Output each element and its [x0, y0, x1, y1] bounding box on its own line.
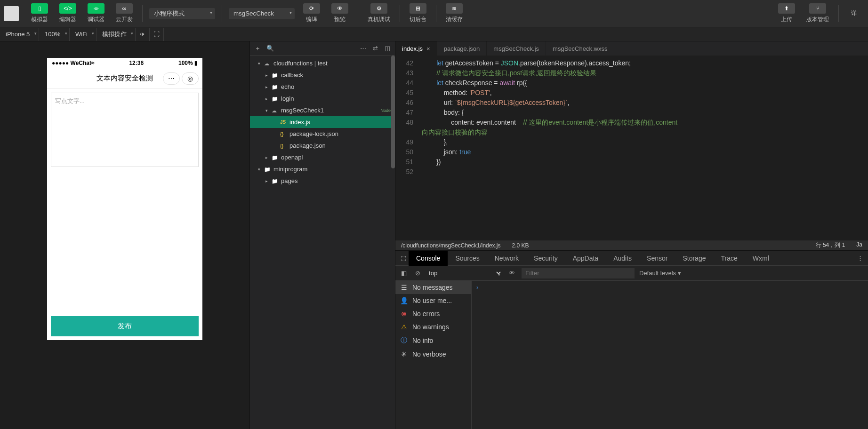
- new-file-icon[interactable]: ＋: [255, 44, 261, 53]
- log-levels-select[interactable]: Default levels ▾: [639, 270, 681, 277]
- page-title: 文本内容安全检测: [96, 74, 153, 83]
- settings-icon[interactable]: ⇄: [373, 45, 378, 52]
- editor-tabs: index.js× package.json msgSecCheck.js ms…: [395, 41, 868, 56]
- tree-folder-msgseccheck1[interactable]: ▾msgSecCheck1Node.js: [250, 104, 395, 116]
- tab-msgseccheck-js[interactable]: msgSecCheck.js: [487, 41, 546, 56]
- device-select[interactable]: iPhone 5: [0, 28, 39, 41]
- details-button[interactable]: 详: [844, 8, 864, 19]
- publish-button[interactable]: 发布: [51, 316, 199, 336]
- devtools-tab-sources[interactable]: Sources: [448, 251, 487, 266]
- carrier-label: ●●●●● WeChat: [52, 60, 91, 66]
- editor-button[interactable]: </> 编辑器: [55, 1, 81, 25]
- mock-op-select[interactable]: 模拟操作: [96, 28, 135, 41]
- filter-user[interactable]: 👤No user me...: [395, 294, 471, 307]
- simulator-pane: ●●●●● WeChat≈ 12:36 100% ▮ 文本内容安全检测 ⋯ ◎ …: [0, 41, 249, 429]
- console-prompt: ›: [476, 284, 478, 291]
- secondary-bar: iPhone 5 100% WiFi 模拟操作 🕩 ⛶: [0, 27, 868, 41]
- function-select[interactable]: msgSecCheck: [229, 8, 295, 19]
- code-editor[interactable]: 42 let getAccessToken = JSON.parse(token…: [395, 56, 868, 240]
- devtools-tab-sensor[interactable]: Sensor: [639, 251, 675, 266]
- tab-package-json[interactable]: package.json: [437, 41, 487, 56]
- bug-icon: ⌯: [93, 5, 99, 12]
- cloud-dev-button[interactable]: ∞ 云开发: [111, 1, 137, 25]
- devtools-tab-wxml[interactable]: Wxml: [745, 251, 777, 266]
- tree-file-index-js[interactable]: JSindex.js: [250, 116, 395, 128]
- search-icon[interactable]: 🔍: [266, 45, 274, 52]
- phone-time: 12:36: [129, 60, 144, 66]
- preview-button[interactable]: 👁 预览: [327, 1, 353, 25]
- devtools-tab-appdata[interactable]: AppData: [565, 251, 606, 266]
- tree-folder-cloudfunctions[interactable]: ▾cloudfunctions | test: [250, 57, 395, 69]
- filter-messages[interactable]: ☰No messages: [395, 281, 471, 294]
- file-size: 2.0 KB: [512, 242, 529, 249]
- upload-button[interactable]: ⬆ 上传: [773, 1, 800, 25]
- zoom-select[interactable]: 100%: [39, 28, 69, 41]
- eye-icon: 👁: [337, 5, 343, 12]
- compile-button[interactable]: ⟳ 编译: [298, 1, 325, 25]
- phone-icon: ▯: [38, 5, 41, 12]
- capsule-menu-button[interactable]: ⋯: [163, 72, 180, 85]
- devtools-tab-security[interactable]: Security: [526, 251, 565, 266]
- devtools-tab-storage[interactable]: Storage: [675, 251, 713, 266]
- console-sidebar: ☰No messages 👤No user me... ⊗No errors ⚠…: [395, 281, 472, 429]
- simulator-button[interactable]: ▯ 模拟器: [26, 1, 53, 25]
- cursor-position[interactable]: 行 54，列 1: [816, 241, 845, 249]
- split-icon[interactable]: ◫: [385, 45, 390, 52]
- devtools-more-icon[interactable]: ⋮: [855, 254, 865, 262]
- tree-folder-echo[interactable]: ▸echo: [250, 81, 395, 93]
- tree-folder-openapi[interactable]: ▸openapi: [250, 151, 395, 163]
- file-explorer: ＋ 🔍 ⋯ ⇄ ◫ ▾cloudfunctions | test ▸callba…: [249, 41, 395, 429]
- tree-scrollbar[interactable]: [391, 56, 395, 168]
- more-icon[interactable]: ⋯: [360, 45, 366, 52]
- user-avatar[interactable]: [4, 6, 19, 21]
- debugger-button[interactable]: ⌯ 调试器: [83, 1, 109, 25]
- tab-msgseccheck-wxss[interactable]: msgSecCheck.wxss: [546, 41, 614, 56]
- clear-cache-button[interactable]: ≋ 清缓存: [441, 1, 467, 25]
- tree-file-package-lock[interactable]: {}package-lock.json: [250, 128, 395, 140]
- code-icon: </>: [64, 5, 72, 12]
- filter-warnings[interactable]: ⚠No warnings: [395, 320, 471, 334]
- divider: [142, 5, 143, 22]
- version-button[interactable]: ⑂ 版本管理: [802, 1, 834, 25]
- devtools-tab-console[interactable]: Console: [409, 251, 448, 266]
- tree-folder-callback[interactable]: ▸callback: [250, 69, 395, 81]
- tree-folder-login[interactable]: ▸login: [250, 93, 395, 104]
- file-path: /cloudfunctions/msgSecCheck1/index.js: [401, 242, 500, 249]
- close-icon[interactable]: ×: [426, 45, 430, 52]
- tree-folder-miniprogram[interactable]: ▾miniprogram: [250, 163, 395, 175]
- tab-index-js[interactable]: index.js×: [395, 41, 437, 56]
- devtools-tab-audits[interactable]: Audits: [606, 251, 639, 266]
- phone-nav: 文本内容安全检测 ⋯ ◎: [47, 68, 202, 89]
- live-expr-icon[interactable]: 👁: [507, 270, 517, 277]
- divider: [358, 5, 358, 22]
- divider: [400, 5, 400, 22]
- devtools-tab-network[interactable]: Network: [487, 251, 526, 266]
- network-select[interactable]: WiFi: [70, 28, 96, 41]
- top-toolbar: ▯ 模拟器 </> 编辑器 ⌯ 调试器 ∞ 云开发 小程序模式 msgSecCh…: [0, 0, 868, 27]
- tree-folder-pages[interactable]: ▸pages: [250, 175, 395, 187]
- console-output[interactable]: ›: [472, 281, 868, 429]
- divider: [436, 5, 436, 22]
- context-select[interactable]: top: [427, 269, 502, 277]
- language-mode[interactable]: Ja: [856, 241, 862, 249]
- inspect-icon[interactable]: ⬚: [398, 254, 409, 262]
- mode-select[interactable]: 小程序模式: [149, 8, 215, 19]
- branch-icon: ⑂: [816, 5, 820, 12]
- content-textarea[interactable]: [51, 93, 199, 167]
- console-filter-input[interactable]: [522, 268, 635, 278]
- filter-verbose[interactable]: ✳No verbose: [395, 348, 471, 361]
- editor-status-bar: /cloudfunctions/msgSecCheck1/index.js 2.…: [395, 240, 868, 250]
- filter-info[interactable]: ⓘNo info: [395, 334, 471, 348]
- expand-icon[interactable]: ⛶: [150, 28, 164, 41]
- devtools-panel: ⬚ Console Sources Network Security AppDa…: [395, 250, 868, 429]
- upload-icon: ⬆: [784, 5, 789, 12]
- toggle-sidebar-icon[interactable]: ◧: [399, 270, 409, 277]
- clear-console-icon[interactable]: ⊘: [413, 270, 422, 277]
- remote-debug-button[interactable]: ⚙ 真机调试: [363, 1, 395, 25]
- filter-errors[interactable]: ⊗No errors: [395, 307, 471, 320]
- devtools-tab-trace[interactable]: Trace: [713, 251, 745, 266]
- background-button[interactable]: ⊞ 切后台: [405, 1, 431, 25]
- tree-file-package-json[interactable]: {}package.json: [250, 140, 395, 151]
- mute-icon[interactable]: 🕩: [136, 28, 150, 41]
- capsule-close-button[interactable]: ◎: [182, 72, 199, 85]
